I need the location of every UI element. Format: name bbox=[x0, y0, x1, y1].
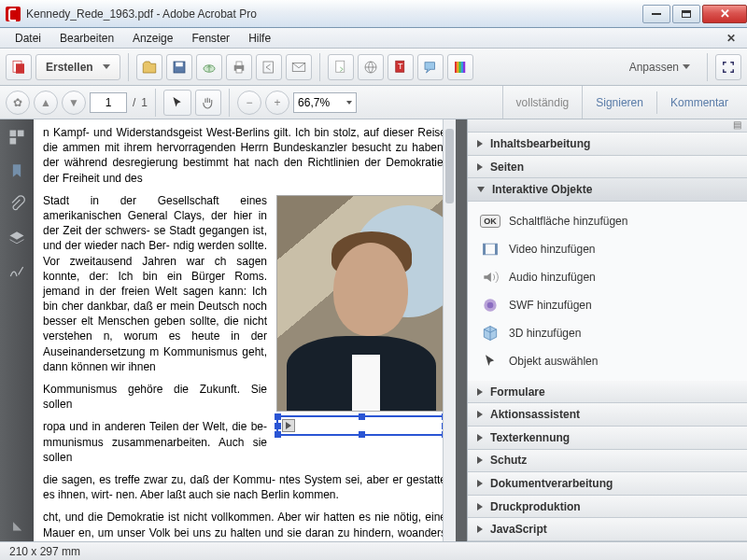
selection-tool-icon[interactable] bbox=[163, 90, 191, 116]
color-spectrum-icon[interactable] bbox=[447, 54, 473, 80]
item-video-hinzufuegen[interactable]: Video hinzufügen bbox=[468, 235, 747, 263]
cube-3d-icon bbox=[481, 325, 500, 342]
vertical-scrollbar[interactable] bbox=[443, 119, 456, 541]
zoom-level-select[interactable]: 66,7% bbox=[293, 92, 357, 113]
navigation-rail: ◣ bbox=[0, 119, 34, 541]
panel-schutz[interactable]: Schutz bbox=[468, 450, 747, 473]
svg-rect-10 bbox=[335, 61, 344, 72]
page-separator: / bbox=[131, 96, 137, 109]
svg-rect-7 bbox=[236, 68, 242, 73]
window-titlebar: Kennedy_Rede_1963.pdf - Adobe Acrobat Pr… bbox=[0, 0, 747, 28]
main-toolbar: Erstellen T Anpassen bbox=[0, 49, 747, 86]
panel-aktionsassistent[interactable]: Aktionsassistent bbox=[468, 403, 747, 427]
svg-rect-8 bbox=[263, 62, 274, 73]
show-prev-view-icon[interactable]: ✿ bbox=[6, 91, 30, 115]
print-icon[interactable] bbox=[226, 54, 252, 80]
page-number-input[interactable] bbox=[90, 92, 127, 113]
open-file-icon[interactable] bbox=[136, 54, 162, 80]
window-maximize-button[interactable] bbox=[672, 5, 700, 23]
play-icon bbox=[282, 419, 295, 432]
panel-inhaltsbearbeitung[interactable]: Inhaltsbearbeitung bbox=[468, 133, 747, 156]
swf-icon bbox=[481, 297, 500, 314]
svg-rect-1 bbox=[16, 63, 24, 74]
svg-rect-14 bbox=[425, 62, 435, 69]
panel-javascript[interactable]: JavaScript bbox=[468, 518, 747, 541]
attachments-icon[interactable] bbox=[7, 194, 27, 215]
panel-dokumentverarbeitung[interactable]: Dokumentverarbeitung bbox=[468, 472, 747, 496]
menu-anzeige[interactable]: Anzeige bbox=[123, 30, 182, 47]
svg-rect-21 bbox=[18, 131, 24, 137]
panel-formulare[interactable]: Formulare bbox=[468, 381, 747, 404]
svg-rect-16 bbox=[457, 62, 458, 73]
menubar-close-doc-icon[interactable]: ✕ bbox=[721, 32, 741, 45]
page-up-icon[interactable]: ▲ bbox=[34, 91, 58, 115]
customize-toolbar-dropdown[interactable]: Anpassen bbox=[620, 61, 699, 74]
thumbnails-icon[interactable] bbox=[7, 127, 27, 147]
tab-kommentar[interactable]: Kommentar bbox=[657, 86, 741, 119]
window-minimize-button[interactable] bbox=[642, 5, 670, 23]
window-close-button[interactable]: ✕ bbox=[702, 5, 747, 23]
pointer-icon bbox=[481, 353, 500, 370]
panel-texterkennung[interactable]: Texterkennung bbox=[468, 427, 747, 450]
rail-collapse-icon[interactable]: ◣ bbox=[7, 515, 27, 536]
svg-rect-22 bbox=[10, 138, 17, 145]
layers-icon[interactable] bbox=[7, 228, 27, 248]
document-area: n Kampf- und Widerstandsgeist West-Berli… bbox=[34, 119, 467, 541]
hand-tool-icon[interactable] bbox=[195, 90, 221, 116]
panel-druckproduktion[interactable]: Druckproduktion bbox=[468, 496, 747, 519]
page-dimensions: 210 x 297 mm bbox=[9, 545, 80, 558]
tab-signieren[interactable]: Signieren bbox=[583, 86, 656, 119]
save-icon[interactable] bbox=[166, 54, 192, 80]
window-title: Kennedy_Rede_1963.pdf - Adobe Acrobat Pr… bbox=[26, 7, 257, 21]
menu-datei[interactable]: Datei bbox=[6, 30, 50, 47]
erstellen-dropdown[interactable]: Erstellen bbox=[35, 54, 120, 80]
share-icon[interactable] bbox=[256, 54, 282, 80]
menu-fenster[interactable]: Fenster bbox=[182, 30, 239, 47]
email-icon[interactable] bbox=[286, 54, 312, 80]
svg-rect-25 bbox=[495, 244, 498, 255]
cloud-icon[interactable] bbox=[196, 54, 222, 80]
svg-rect-17 bbox=[458, 62, 460, 73]
svg-rect-24 bbox=[484, 244, 486, 255]
signatures-icon[interactable] bbox=[7, 261, 27, 282]
nav-toolbar: ✿ ▲ ▼ / 1 − + 66,7% vollständig Signiere… bbox=[0, 86, 747, 119]
tools-pane-menu-icon[interactable]: ▤ bbox=[468, 119, 747, 133]
svg-rect-6 bbox=[236, 62, 242, 66]
svg-rect-20 bbox=[10, 131, 17, 137]
app-icon bbox=[6, 7, 21, 21]
item-3d-hinzufuegen[interactable]: 3D hinzufügen bbox=[468, 319, 747, 347]
pdf-page[interactable]: n Kampf- und Widerstandsgeist West-Berli… bbox=[34, 119, 456, 541]
item-schaltflaeche-hinzufuegen[interactable]: OKSchaltfläche hinzufügen bbox=[468, 207, 747, 235]
svg-point-27 bbox=[487, 302, 494, 309]
tab-vollstaendig[interactable]: vollständig bbox=[502, 86, 584, 119]
doc-text: cht, und die Demokratie ist nicht vollko… bbox=[43, 510, 446, 541]
svg-rect-15 bbox=[455, 62, 457, 73]
comment-tool-icon[interactable] bbox=[417, 54, 444, 80]
svg-rect-19 bbox=[463, 62, 465, 73]
page-total: 1 bbox=[141, 96, 148, 109]
panel-interaktive-objekte[interactable]: Interaktive Objekte bbox=[468, 178, 747, 202]
embedded-photo[interactable] bbox=[276, 195, 446, 412]
convert-web-icon[interactable] bbox=[358, 54, 384, 80]
fullscreen-icon[interactable] bbox=[715, 54, 741, 80]
item-swf-hinzufuegen[interactable]: SWF hinzufügen bbox=[468, 291, 747, 319]
zoom-out-icon[interactable]: − bbox=[237, 91, 261, 115]
create-pdf-icon[interactable] bbox=[6, 54, 32, 80]
menu-bearbeiten[interactable]: Bearbeiten bbox=[50, 30, 123, 47]
export-pdf-icon[interactable] bbox=[328, 54, 354, 80]
doc-text: n Kampf- und Widerstandsgeist West-Berli… bbox=[43, 125, 446, 186]
page-down-icon[interactable]: ▼ bbox=[62, 91, 86, 115]
panel-seiten[interactable]: Seiten bbox=[468, 156, 747, 179]
menu-hilfe[interactable]: Hilfe bbox=[239, 30, 280, 47]
bookmarks-icon[interactable] bbox=[7, 161, 27, 181]
zoom-in-icon[interactable]: + bbox=[265, 91, 289, 115]
svg-rect-3 bbox=[176, 62, 183, 66]
audio-icon bbox=[481, 269, 500, 286]
item-audio-hinzufuegen[interactable]: Audio hinzufügen bbox=[468, 263, 747, 291]
edit-text-icon[interactable]: T bbox=[388, 54, 414, 80]
item-objekt-auswaehlen[interactable]: Objekt auswählen bbox=[468, 347, 747, 375]
tools-pane: ▤ Inhaltsbearbeitung Seiten Interaktive … bbox=[467, 119, 747, 541]
svg-text:T: T bbox=[398, 62, 403, 71]
statusbar: 210 x 297 mm bbox=[0, 541, 747, 560]
selected-media-object[interactable] bbox=[276, 415, 446, 436]
